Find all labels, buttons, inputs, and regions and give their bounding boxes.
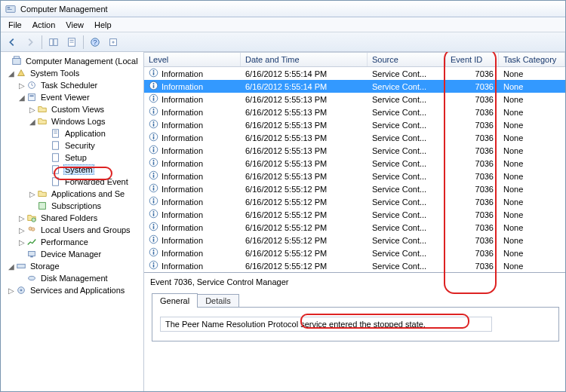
info-icon <box>149 119 158 130</box>
tree-label: Security <box>63 141 97 150</box>
tree-services-apps[interactable]: ▷Services and Applications <box>1 284 143 296</box>
cell-date: 6/16/2012 5:55:12 PM <box>241 195 368 209</box>
svg-rect-80 <box>153 265 155 268</box>
svg-rect-77 <box>153 252 155 255</box>
tree-label: Setup <box>63 153 88 162</box>
tree-subscriptions[interactable]: Subscriptions <box>1 200 143 212</box>
svg-point-70 <box>153 224 155 225</box>
svg-point-52 <box>153 147 155 149</box>
cell-category: None <box>499 182 565 196</box>
svg-point-40 <box>153 96 155 97</box>
cell-eventid: 7036 <box>446 259 499 273</box>
tree-setup[interactable]: Setup <box>1 152 143 164</box>
menu-view[interactable]: View <box>61 19 88 31</box>
tree-shared-folders[interactable]: ▷Shared Folders <box>1 212 143 224</box>
table-row[interactable]: Information6/16/2012 5:55:12 PMService C… <box>144 259 565 272</box>
tree-security[interactable]: Security <box>1 139 143 152</box>
tree-device-manager[interactable]: Device Manager <box>1 248 143 260</box>
tree-label: Subscriptions <box>50 201 103 210</box>
cell-date: 6/16/2012 5:55:13 PM <box>241 157 368 170</box>
svg-rect-44 <box>153 111 155 114</box>
cell-eventid: 7036 <box>446 67 499 81</box>
menu-help[interactable]: Help <box>90 19 116 31</box>
app-icon <box>5 4 16 14</box>
col-eventid[interactable]: Event ID <box>446 53 499 66</box>
tree-application[interactable]: Application <box>1 127 143 139</box>
tree-system-tools[interactable]: ◢System Tools <box>1 67 143 79</box>
tree-apps-services[interactable]: ▷Applications and Se <box>1 188 143 200</box>
cell-category: None <box>499 221 565 234</box>
svg-point-43 <box>153 109 155 110</box>
tree-root[interactable]: Computer Management (Local <box>1 55 143 67</box>
cell-date: 6/16/2012 5:55:12 PM <box>241 234 368 247</box>
tree-system[interactable]: System <box>1 164 143 176</box>
tab-general[interactable]: General <box>152 293 198 308</box>
cell-source: Service Cont... <box>368 106 446 119</box>
cell-source: Service Cont... <box>368 182 446 196</box>
info-icon <box>149 260 158 271</box>
svg-rect-53 <box>153 149 155 152</box>
cell-source: Service Cont... <box>368 195 446 209</box>
details-tabs: General Details <box>152 292 565 307</box>
tree-event-viewer[interactable]: ◢Event Viewer <box>1 91 143 103</box>
col-level[interactable]: Level <box>144 53 241 66</box>
col-date[interactable]: Date and Time <box>241 53 368 66</box>
action-button[interactable] <box>105 34 122 51</box>
tree-custom-views[interactable]: ▷Custom Views <box>1 103 143 115</box>
cell-date: 6/16/2012 5:55:12 PM <box>241 259 368 273</box>
tree-windows-logs[interactable]: ◢Windows Logs <box>1 115 143 127</box>
show-hide-button[interactable] <box>45 34 62 51</box>
cell-source: Service Cont... <box>368 118 446 132</box>
info-icon <box>149 170 158 182</box>
cell-category: None <box>499 195 565 209</box>
tree-performance[interactable]: ▷Performance <box>1 236 143 248</box>
cell-category: None <box>499 67 565 81</box>
cell-category: None <box>499 118 565 132</box>
tree-disk-mgmt[interactable]: Disk Management <box>1 272 143 284</box>
svg-rect-4 <box>54 38 57 45</box>
toolbar: ? <box>1 32 565 52</box>
svg-rect-19 <box>53 142 59 150</box>
nav-tree[interactable]: Computer Management (Local ◢System Tools… <box>1 52 144 391</box>
col-category[interactable]: Task Category <box>499 53 565 66</box>
svg-rect-15 <box>29 95 33 96</box>
cell-source: Service Cont... <box>368 144 446 158</box>
svg-point-34 <box>153 70 155 72</box>
tree-label: Application <box>63 129 107 138</box>
cell-category: None <box>499 144 565 158</box>
svg-rect-22 <box>53 178 59 186</box>
svg-rect-59 <box>153 175 155 178</box>
tree-local-users[interactable]: ▷Local Users and Groups <box>1 224 143 236</box>
forward-button[interactable] <box>22 34 38 51</box>
info-icon <box>149 145 158 156</box>
cell-category: None <box>499 234 565 247</box>
svg-rect-47 <box>153 124 155 127</box>
cell-source: Service Cont... <box>368 234 446 247</box>
tree-label: System <box>63 164 94 175</box>
svg-rect-41 <box>153 98 155 101</box>
cell-category: None <box>499 157 565 170</box>
tree-label: Applications and Se <box>50 189 126 198</box>
col-source[interactable]: Source <box>368 53 446 66</box>
menu-file[interactable]: File <box>4 19 26 31</box>
svg-rect-11 <box>13 59 21 65</box>
svg-point-67 <box>153 211 155 213</box>
tree-task-scheduler[interactable]: ▷Task Scheduler <box>1 79 143 91</box>
cell-eventid: 7036 <box>446 221 499 234</box>
help-button[interactable]: ? <box>87 34 103 51</box>
tree-label: Services and Applications <box>29 286 126 295</box>
grid-body[interactable]: Information6/16/2012 5:55:14 PMService C… <box>144 67 565 272</box>
menu-action[interactable]: Action <box>28 19 60 31</box>
back-button[interactable] <box>4 34 20 51</box>
svg-rect-50 <box>153 136 155 139</box>
info-icon <box>149 209 158 220</box>
properties-button[interactable] <box>63 34 80 51</box>
svg-rect-2 <box>8 9 12 10</box>
tree-forwarded[interactable]: Forwarded Event <box>1 176 143 188</box>
window-title: Computer Management <box>20 5 108 14</box>
cell-source: Service Cont... <box>368 170 446 183</box>
cell-date: 6/16/2012 5:55:13 PM <box>241 93 368 106</box>
cell-date: 6/16/2012 5:55:14 PM <box>241 67 368 81</box>
tree-storage[interactable]: ◢Storage <box>1 260 143 272</box>
cell-category: None <box>499 106 565 119</box>
